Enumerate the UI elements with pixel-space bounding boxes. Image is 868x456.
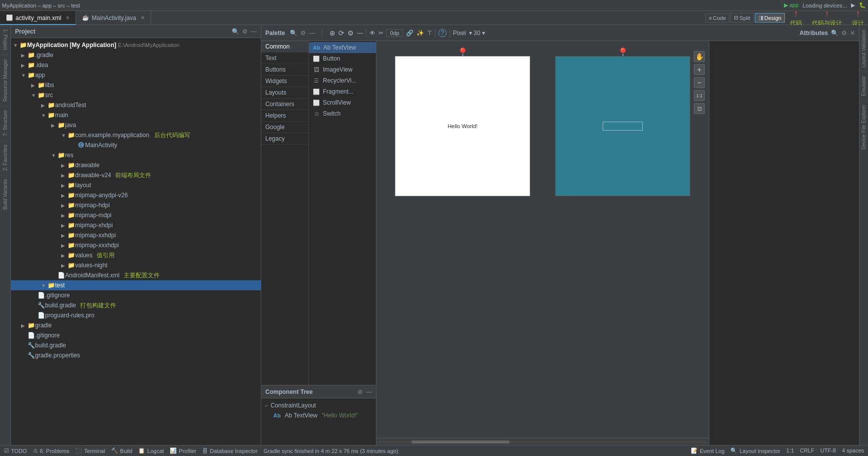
h-scrollbar[interactable] [378, 440, 707, 443]
tree-item-res[interactable]: ▼ 📁 res [11, 150, 261, 160]
tree-item-build-gradle-root[interactable]: ▶ 🔧 build.gradle [11, 340, 261, 350]
tree-item-app[interactable]: ▼ 📁 app [11, 70, 261, 80]
attr-search-btn[interactable]: 🔍 [831, 30, 838, 37]
palette-cat-google[interactable]: Google [261, 122, 308, 133]
run-btn[interactable]: ▶ [851, 2, 855, 9]
palette-item-scrollview[interactable]: ⬜ ScrollView [309, 97, 376, 108]
palette-cat-buttons[interactable]: Buttons [261, 64, 308, 76]
structure-tab[interactable]: 7: Structure [2, 106, 9, 140]
design-view-icon-1[interactable]: 👁 [369, 30, 375, 37]
attr-close-btn[interactable]: ✕ [850, 30, 855, 37]
comp-tree-minimize-btn[interactable]: — [366, 388, 372, 395]
code-btn[interactable]: ≡ Code [705, 14, 730, 23]
tree-item-gradle-properties[interactable]: ▶ 🔧 gradle.properties [11, 350, 261, 360]
tree-item-gradle-dot[interactable]: ▶ 📁 .gradle [11, 50, 261, 60]
palette-item-fragment[interactable]: ⬜ Fragment... [309, 86, 376, 97]
tree-item-mipmap-xxhdpi[interactable]: ▶ 📁 mipmap-xxhdpi [11, 230, 261, 240]
align-icon[interactable]: ⊤ [427, 30, 432, 37]
tree-item-manifest[interactable]: ▶ 📄 AndroidManifest.xml 主要配置文件 [11, 270, 261, 280]
tree-item-drawable-v24[interactable]: ▶ 📁 drawable-v24 前端布局文件 [11, 170, 261, 180]
tree-item-androidtest[interactable]: ▶ 📁 androidTest [11, 100, 261, 110]
ratio-btn[interactable]: 1:1 [694, 90, 705, 101]
design-btn[interactable]: ◨ Design [755, 13, 785, 23]
palette-search-btn[interactable]: 🔍 [290, 30, 297, 37]
palette-cat-helpers[interactable]: Helpers [261, 110, 308, 122]
refresh-btn[interactable]: ⟳ [338, 29, 344, 37]
palette-item-imageview[interactable]: 🖼 ImageView [309, 64, 376, 75]
tab-activity-main-close[interactable]: ✕ [66, 15, 70, 21]
layout-inspector-btn[interactable]: 🔍 Layout Inspector [730, 447, 780, 454]
tree-item-proguard[interactable]: ▶ 📄 proguard-rules.pro [11, 310, 261, 320]
project-tree-gear-btn[interactable]: ⚙ [242, 28, 248, 35]
tree-item-package[interactable]: ▼ 📁 com.example.myapplication 后台代码编写 [11, 130, 261, 140]
tree-item-mainactivity[interactable]: ▶ 🅒 MainActivity [11, 140, 261, 150]
tree-item-mipmap-xhdpi[interactable]: ▶ 📁 mipmap-xhdpi [11, 220, 261, 230]
tree-item-drawable[interactable]: ▶ 📁 drawable [11, 160, 261, 170]
tree-item-build-gradle-app[interactable]: ▶ 🔧 build.gradle 打包构建文件 [11, 300, 261, 310]
favorites-tab[interactable]: 2: Favorites [2, 140, 9, 175]
palette-item-switch[interactable]: ⊙ Switch [309, 108, 376, 119]
palette-cat-text[interactable]: Text [261, 53, 308, 64]
settings-btn[interactable]: ⚙ [347, 29, 354, 37]
tree-item-mipmap-mdpi[interactable]: ▶ 📁 mipmap-mdpi [11, 210, 261, 220]
tree-item-layout[interactable]: ▶ 📁 layout [11, 180, 261, 190]
design-view-icon-2[interactable]: ✂ [378, 30, 383, 37]
comp-tree-textview[interactable]: Ab Ab TextView "Hello World!" [265, 410, 372, 420]
tree-item-gradle-folder[interactable]: ▶ 📁 gradle [11, 320, 261, 330]
collapse-btn[interactable]: — [357, 30, 363, 37]
zoom-in-btn[interactable]: + [694, 64, 705, 75]
terminal-btn[interactable]: ⬛ Terminal [75, 447, 105, 454]
debug-btn[interactable]: 🐛 [859, 2, 866, 9]
palette-cat-widgets[interactable]: Widgets [261, 76, 308, 87]
palette-cat-layouts[interactable]: Layouts [261, 87, 308, 99]
tree-item-src[interactable]: ▼ 📁 src [11, 90, 261, 100]
tree-item-values[interactable]: ▶ 📁 values 值引用 [11, 250, 261, 260]
palette-cat-legacy[interactable]: Legacy [261, 133, 308, 145]
profiler-btn[interactable]: 📊 Profiler [170, 447, 196, 454]
comp-tree-constraint[interactable]: ⌐ ConstraintLayout [265, 400, 372, 410]
tree-item-gitignore-app[interactable]: ▶ 📄 .gitignore [11, 290, 261, 300]
white-canvas[interactable]: Hello World! [395, 56, 530, 196]
database-inspector-btn[interactable]: 🗄 Database Inspector [202, 448, 257, 454]
tree-item-test[interactable]: ▼ 📁 test [11, 280, 261, 290]
tab-activity-main[interactable]: ⬜ activity_main.xml ✕ [0, 11, 76, 25]
build-variants-tab[interactable]: Build Variants [2, 175, 9, 214]
tree-item-mipmap-hdpi[interactable]: ▶ 📁 mipmap-hdpi [11, 200, 261, 210]
tree-item-libs[interactable]: ▶ 📁 libs [11, 80, 261, 90]
tree-item-idea[interactable]: ▶ 📁 .idea [11, 60, 261, 70]
project-tree-search-btn[interactable]: 🔍 [232, 28, 239, 35]
split-btn[interactable]: ⊟ Split [730, 13, 753, 23]
hand-tool-btn[interactable]: ✋ [694, 51, 705, 62]
device-file-explorer-tab[interactable]: Device File Explorer [860, 100, 867, 153]
tree-item-mipmap-xxxhdpi[interactable]: ▶ 📁 mipmap-xxxhdpi [11, 240, 261, 250]
tab-mainactivity[interactable]: ☕ MainActivity.java ✕ [76, 11, 151, 25]
palette-item-recyclerview[interactable]: ☰ RecyclerVi... [309, 75, 376, 86]
tree-item-main[interactable]: ▼ 📁 main [11, 110, 261, 120]
palette-minimize-btn[interactable]: — [309, 30, 315, 37]
fit-btn[interactable]: ⊡ [694, 103, 705, 114]
project-tab[interactable]: 1: Project [2, 25, 9, 55]
tree-item-mipmap-anydpi[interactable]: ▶ 📁 mipmap-anydpi-v26 [11, 190, 261, 200]
palette-item-button[interactable]: ⬜ Button [309, 53, 376, 64]
problems-btn[interactable]: ⚠ 6: Problems [33, 447, 70, 454]
dp-input[interactable]: 0dp [386, 29, 402, 37]
tree-item-myapp[interactable]: ▼ 📁 MyApplication [My Application] E:\An… [11, 40, 261, 50]
layout-validation-tab[interactable]: Layout Validation [860, 25, 867, 72]
logcat-btn[interactable]: 📋 Logcat [138, 447, 164, 454]
event-log-btn[interactable]: 📝 Event Log [691, 447, 725, 454]
tab-mainactivity-close[interactable]: ✕ [141, 15, 145, 21]
attr-gear-btn[interactable]: ⚙ [841, 30, 847, 37]
palette-cat-common[interactable]: Common [261, 41, 308, 53]
palette-gear-btn[interactable]: ⚙ [300, 30, 306, 37]
build-btn[interactable]: 🔨 Build [111, 447, 132, 454]
emulator-tab[interactable]: Emulator [860, 72, 867, 100]
constraint-icon[interactable]: 🔗 [406, 30, 413, 37]
zoom-out-btn[interactable]: − [694, 77, 705, 88]
comp-tree-gear-btn[interactable]: ⚙ [357, 388, 363, 395]
magic-wand-icon[interactable]: ✨ [416, 30, 424, 37]
project-tree-minimize-btn[interactable]: — [251, 28, 257, 35]
help-btn[interactable]: ? [439, 29, 447, 37]
orient-btn[interactable]: ⊕ [329, 29, 335, 37]
todo-btn[interactable]: ☑ TODO [4, 447, 27, 454]
tree-item-java[interactable]: ▶ 📁 java [11, 120, 261, 130]
